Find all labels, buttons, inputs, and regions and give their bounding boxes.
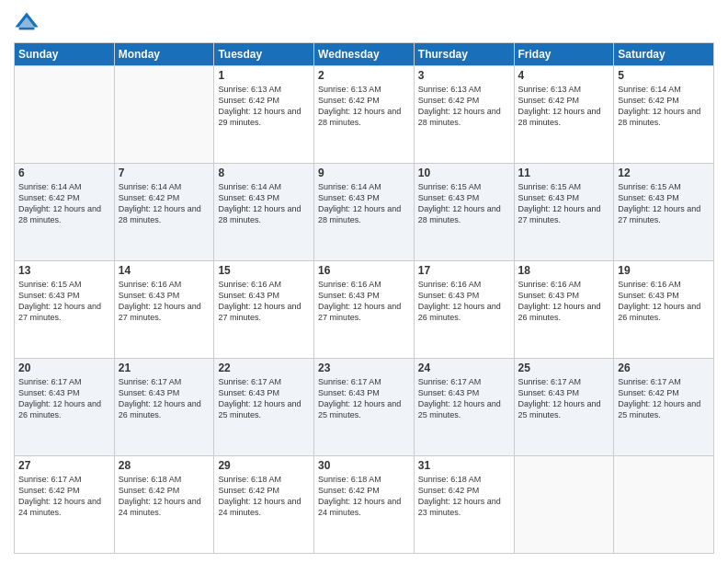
day-number: 1	[218, 69, 310, 82]
day-number: 13	[18, 264, 110, 277]
day-info: Sunrise: 6:16 AM Sunset: 6:43 PM Dayligh…	[618, 279, 710, 324]
calendar-cell: 29Sunrise: 6:18 AM Sunset: 6:42 PM Dayli…	[214, 456, 314, 554]
day-number: 10	[418, 167, 510, 179]
calendar-day-header: Monday	[114, 43, 214, 66]
day-number: 15	[218, 264, 310, 277]
calendar-cell: 25Sunrise: 6:17 AM Sunset: 6:43 PM Dayli…	[514, 359, 614, 456]
calendar-cell: 7Sunrise: 6:14 AM Sunset: 6:42 PM Daylig…	[114, 164, 214, 261]
day-number: 11	[518, 167, 610, 179]
day-number: 20	[18, 362, 110, 374]
calendar-cell: 23Sunrise: 6:17 AM Sunset: 6:43 PM Dayli…	[314, 359, 415, 456]
day-number: 23	[318, 362, 410, 374]
calendar-cell: 2Sunrise: 6:13 AM Sunset: 6:42 PM Daylig…	[314, 66, 415, 164]
day-number: 31	[418, 459, 510, 472]
day-info: Sunrise: 6:17 AM Sunset: 6:43 PM Dayligh…	[218, 376, 310, 421]
calendar-day-header: Friday	[514, 43, 614, 66]
day-info: Sunrise: 6:16 AM Sunset: 6:43 PM Dayligh…	[119, 279, 210, 324]
logo-icon	[14, 9, 40, 35]
day-number: 3	[418, 69, 510, 82]
calendar-cell: 6Sunrise: 6:14 AM Sunset: 6:42 PM Daylig…	[15, 164, 115, 261]
calendar-header-row: SundayMondayTuesdayWednesdayThursdayFrid…	[15, 43, 714, 66]
calendar: SundayMondayTuesdayWednesdayThursdayFrid…	[14, 42, 714, 554]
day-number: 9	[318, 167, 410, 179]
day-info: Sunrise: 6:17 AM Sunset: 6:43 PM Dayligh…	[18, 376, 110, 421]
day-info: Sunrise: 6:17 AM Sunset: 6:43 PM Dayligh…	[518, 376, 610, 421]
day-info: Sunrise: 6:18 AM Sunset: 6:42 PM Dayligh…	[119, 474, 210, 519]
calendar-cell: 21Sunrise: 6:17 AM Sunset: 6:43 PM Dayli…	[114, 359, 214, 456]
day-number: 7	[119, 167, 210, 179]
day-info: Sunrise: 6:18 AM Sunset: 6:42 PM Dayligh…	[218, 474, 310, 519]
calendar-cell: 11Sunrise: 6:15 AM Sunset: 6:43 PM Dayli…	[514, 164, 614, 261]
calendar-cell: 18Sunrise: 6:16 AM Sunset: 6:43 PM Dayli…	[514, 261, 614, 359]
calendar-cell: 15Sunrise: 6:16 AM Sunset: 6:43 PM Dayli…	[214, 261, 314, 359]
calendar-cell: 19Sunrise: 6:16 AM Sunset: 6:43 PM Dayli…	[614, 261, 714, 359]
calendar-cell: 10Sunrise: 6:15 AM Sunset: 6:43 PM Dayli…	[414, 164, 514, 261]
calendar-cell: 22Sunrise: 6:17 AM Sunset: 6:43 PM Dayli…	[214, 359, 314, 456]
day-info: Sunrise: 6:13 AM Sunset: 6:42 PM Dayligh…	[218, 84, 310, 129]
day-number: 21	[119, 362, 210, 374]
calendar-day-header: Sunday	[15, 43, 115, 66]
day-info: Sunrise: 6:15 AM Sunset: 6:43 PM Dayligh…	[418, 181, 510, 226]
day-number: 27	[18, 459, 110, 472]
day-info: Sunrise: 6:13 AM Sunset: 6:42 PM Dayligh…	[318, 84, 410, 129]
day-number: 24	[418, 362, 510, 374]
day-info: Sunrise: 6:18 AM Sunset: 6:42 PM Dayligh…	[418, 474, 510, 519]
calendar-week-row: 27Sunrise: 6:17 AM Sunset: 6:42 PM Dayli…	[15, 456, 714, 554]
day-number: 25	[518, 362, 610, 374]
day-number: 16	[318, 264, 410, 277]
calendar-week-row: 1Sunrise: 6:13 AM Sunset: 6:42 PM Daylig…	[15, 66, 714, 164]
day-number: 2	[318, 69, 410, 82]
day-info: Sunrise: 6:14 AM Sunset: 6:42 PM Dayligh…	[18, 181, 110, 226]
calendar-week-row: 20Sunrise: 6:17 AM Sunset: 6:43 PM Dayli…	[15, 359, 714, 456]
day-info: Sunrise: 6:14 AM Sunset: 6:42 PM Dayligh…	[618, 84, 710, 129]
day-number: 22	[218, 362, 310, 374]
day-number: 29	[218, 459, 310, 472]
day-info: Sunrise: 6:15 AM Sunset: 6:43 PM Dayligh…	[518, 181, 610, 226]
calendar-cell: 31Sunrise: 6:18 AM Sunset: 6:42 PM Dayli…	[414, 456, 514, 554]
day-number: 17	[418, 264, 510, 277]
header	[14, 9, 714, 35]
day-info: Sunrise: 6:16 AM Sunset: 6:43 PM Dayligh…	[318, 279, 410, 324]
day-info: Sunrise: 6:16 AM Sunset: 6:43 PM Dayligh…	[518, 279, 610, 324]
calendar-cell: 12Sunrise: 6:15 AM Sunset: 6:43 PM Dayli…	[614, 164, 714, 261]
calendar-week-row: 6Sunrise: 6:14 AM Sunset: 6:42 PM Daylig…	[15, 164, 714, 261]
day-info: Sunrise: 6:13 AM Sunset: 6:42 PM Dayligh…	[518, 84, 610, 129]
day-info: Sunrise: 6:13 AM Sunset: 6:42 PM Dayligh…	[418, 84, 510, 129]
day-info: Sunrise: 6:18 AM Sunset: 6:42 PM Dayligh…	[318, 474, 410, 519]
day-info: Sunrise: 6:15 AM Sunset: 6:43 PM Dayligh…	[618, 181, 710, 226]
logo	[14, 9, 43, 35]
day-info: Sunrise: 6:17 AM Sunset: 6:43 PM Dayligh…	[418, 376, 510, 421]
day-number: 19	[618, 264, 710, 277]
day-number: 26	[618, 362, 710, 374]
calendar-day-header: Tuesday	[214, 43, 314, 66]
calendar-day-header: Thursday	[414, 43, 514, 66]
day-info: Sunrise: 6:14 AM Sunset: 6:43 PM Dayligh…	[318, 181, 410, 226]
calendar-cell: 13Sunrise: 6:15 AM Sunset: 6:43 PM Dayli…	[15, 261, 115, 359]
calendar-cell: 26Sunrise: 6:17 AM Sunset: 6:42 PM Dayli…	[614, 359, 714, 456]
calendar-cell: 16Sunrise: 6:16 AM Sunset: 6:43 PM Dayli…	[314, 261, 415, 359]
calendar-cell	[114, 66, 214, 164]
calendar-day-header: Saturday	[614, 43, 714, 66]
calendar-cell: 20Sunrise: 6:17 AM Sunset: 6:43 PM Dayli…	[15, 359, 115, 456]
day-number: 5	[618, 69, 710, 82]
day-number: 30	[318, 459, 410, 472]
day-info: Sunrise: 6:14 AM Sunset: 6:42 PM Dayligh…	[119, 181, 210, 226]
calendar-week-row: 13Sunrise: 6:15 AM Sunset: 6:43 PM Dayli…	[15, 261, 714, 359]
day-info: Sunrise: 6:16 AM Sunset: 6:43 PM Dayligh…	[218, 279, 310, 324]
calendar-cell: 24Sunrise: 6:17 AM Sunset: 6:43 PM Dayli…	[414, 359, 514, 456]
day-number: 18	[518, 264, 610, 277]
calendar-cell: 30Sunrise: 6:18 AM Sunset: 6:42 PM Dayli…	[314, 456, 415, 554]
day-info: Sunrise: 6:17 AM Sunset: 6:42 PM Dayligh…	[618, 376, 710, 421]
svg-rect-3	[19, 28, 35, 30]
day-number: 4	[518, 69, 610, 82]
calendar-cell	[614, 456, 714, 554]
day-info: Sunrise: 6:17 AM Sunset: 6:43 PM Dayligh…	[119, 376, 210, 421]
calendar-cell: 5Sunrise: 6:14 AM Sunset: 6:42 PM Daylig…	[614, 66, 714, 164]
calendar-cell: 4Sunrise: 6:13 AM Sunset: 6:42 PM Daylig…	[514, 66, 614, 164]
calendar-cell	[514, 456, 614, 554]
day-number: 28	[119, 459, 210, 472]
calendar-cell: 8Sunrise: 6:14 AM Sunset: 6:43 PM Daylig…	[214, 164, 314, 261]
calendar-cell: 14Sunrise: 6:16 AM Sunset: 6:43 PM Dayli…	[114, 261, 214, 359]
calendar-cell: 27Sunrise: 6:17 AM Sunset: 6:42 PM Dayli…	[15, 456, 115, 554]
calendar-cell: 9Sunrise: 6:14 AM Sunset: 6:43 PM Daylig…	[314, 164, 415, 261]
